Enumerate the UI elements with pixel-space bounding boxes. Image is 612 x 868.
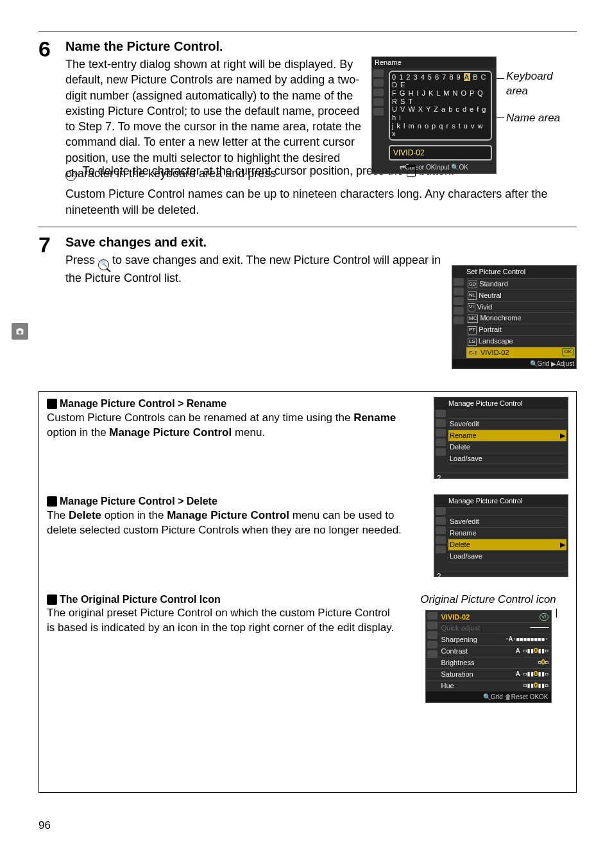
callout-name-area: Name area <box>506 111 560 126</box>
original-pc-badge: VI <box>540 613 548 621</box>
step6-text-rest: OK. To delete the character at the curre… <box>65 163 577 181</box>
adjust-row: Brightness▫O▫ <box>426 657 551 668</box>
note-rename: Manage Picture Control > Rename Custom P… <box>47 397 568 479</box>
pc-list-item: NLNeutral <box>466 290 575 301</box>
menu-item: Delete▶ <box>448 539 566 550</box>
pc-list-item: SDStandard <box>466 278 575 290</box>
figure-rename-dialog: Rename 0 1 2 3 4 5 6 7 8 9 A B C D E F G… <box>371 56 577 146</box>
trash-icon <box>407 166 416 177</box>
callout-keyboard-area: Keyboard area <box>506 69 577 99</box>
name-area: VIVID-02 <box>389 145 492 161</box>
pencil-icon <box>47 595 57 605</box>
step-7: 7 Save changes and exit. Press 🔍 to save… <box>38 234 577 369</box>
menu-item: Load/save <box>448 453 566 464</box>
note-text: The Delete option in the Manage Picture … <box>47 508 421 538</box>
menu-item: Delete <box>448 441 566 453</box>
note-delete: Manage Picture Control > Delete The Dele… <box>47 494 568 577</box>
menu-item: Rename▶ <box>448 430 566 441</box>
pc-list-item: PTPortrait <box>466 324 575 335</box>
menu-item: Load/save <box>448 550 566 562</box>
note-text: The original preset Picture Control on w… <box>47 606 395 636</box>
side-tab-icon <box>12 323 28 340</box>
pc-list-item: LSLandscape <box>466 335 575 347</box>
note-original-icon: The Original Picture Control Icon The or… <box>47 593 568 703</box>
step6-text-start: The text-entry dialog shown at right wil… <box>65 56 364 181</box>
step-6: 6 Name the Picture Control. The text-ent… <box>38 38 577 218</box>
step-title: Save changes and exit. <box>65 234 577 251</box>
step-number: 6 <box>38 38 56 218</box>
step6-para2: Custom Picture Control names can be up t… <box>65 186 577 218</box>
adjust-row: ContrastA ▫▮▮O▮▮▫ <box>426 645 551 657</box>
rename-footer: ⇄Cursor OKInput 🔍OK <box>372 162 496 173</box>
screen-head: VIVID-02 <box>441 612 470 622</box>
adjust-row: Sharpening·A·▪▪▪▪▪▪▪▪· <box>426 634 551 645</box>
keyboard-area: 0 1 2 3 4 5 6 7 8 9 A B C D E F G H I J … <box>389 71 492 141</box>
step7-text: Press 🔍 to save changes and exit. The ne… <box>65 252 444 369</box>
note-heading: Manage Picture Control > Delete <box>60 496 217 507</box>
menu-item: Save/edit <box>448 418 566 430</box>
step6-para1a: The text-entry dialog shown at right wil… <box>65 58 361 180</box>
figure-caption: Original Picture Control icon <box>408 593 568 607</box>
edit-display-screen: VIVID-02VI Quick adjust─────Sharpening·A… <box>425 610 552 703</box>
rename-screen-title: Rename <box>372 57 496 68</box>
menu-item: Save/edit <box>448 516 566 527</box>
pencil-icon <box>47 496 57 507</box>
manage-pc-screen-rename: Manage Picture Control Save/editRename▶D… <box>434 397 568 479</box>
step-number: 7 <box>38 234 56 369</box>
adjust-row: Hue▫▮▮O▮▮▫ <box>426 680 551 691</box>
rename-screen: Rename 0 1 2 3 4 5 6 7 8 9 A B C D E F G… <box>371 56 497 174</box>
adjust-row: SaturationA ▫▮▮O▮▮▫ <box>426 668 551 680</box>
figure-set-picture-control: Set Picture Control SDStandardNLNeutralV… <box>452 265 577 369</box>
note-heading: The Original Picture Control Icon <box>60 594 221 605</box>
page-number: 96 <box>38 819 577 833</box>
step-title: Name the Picture Control. <box>65 38 577 55</box>
pc-list-item: MCMonochrome <box>466 312 575 324</box>
note-text: Custom Picture Controls can be renamed a… <box>47 411 421 440</box>
ok-icon: OK <box>65 170 76 181</box>
screen-side-icons <box>373 69 385 116</box>
screen-title: Manage Picture Control <box>434 397 568 410</box>
notes-box: Manage Picture Control > Rename Custom P… <box>38 391 577 793</box>
note-heading: Manage Picture Control > Rename <box>60 398 226 409</box>
camera-icon <box>15 326 25 336</box>
zoom-in-icon: 🔍 <box>98 259 109 270</box>
adjust-row: Quick adjust───── <box>426 622 551 634</box>
pc-list-item: C-1VIVID-02 OK <box>466 347 575 358</box>
pencil-icon <box>47 399 57 409</box>
screen-footer: 🔍Grid 🗑Reset OKOK <box>426 691 551 703</box>
set-pc-footer: 🔍Grid ▶Adjust <box>452 359 576 369</box>
set-pc-title: Set Picture Control <box>452 266 576 278</box>
set-pc-list: SDStandardNLNeutralVIVividMCMonochromePT… <box>452 278 576 359</box>
screen-title: Manage Picture Control <box>434 495 568 507</box>
pc-list-item: VIVivid <box>466 301 575 313</box>
menu-item: Rename <box>448 527 566 539</box>
manage-pc-screen-delete: Manage Picture Control Save/editRenameDe… <box>434 494 568 577</box>
